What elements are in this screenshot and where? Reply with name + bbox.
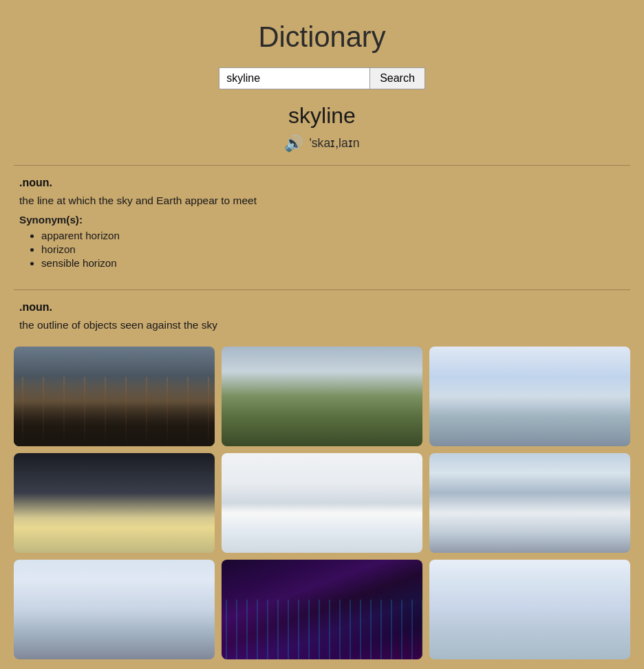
synonyms-list-1: apparent horizon horizon sensible horizo…: [19, 230, 625, 269]
part-of-speech-2: .noun.: [19, 301, 625, 314]
definition-section-1: .noun. the line at which the sky and Ear…: [14, 177, 630, 269]
divider-1: [14, 165, 630, 166]
synonym-item: horizon: [41, 243, 625, 255]
skyline-image-3[interactable]: [429, 347, 630, 446]
definition-text-2: the outline of objects seen against the …: [19, 319, 625, 331]
skyline-image-5[interactable]: [222, 453, 422, 553]
skyline-image-1[interactable]: [14, 347, 215, 446]
definition-text-1: the line at which the sky and Earth appe…: [19, 195, 625, 207]
search-bar: Search: [14, 67, 630, 89]
synonym-item: sensible horizon: [41, 257, 625, 269]
word-title: skyline: [14, 103, 630, 129]
app-title: Dictionary: [14, 14, 630, 54]
images-grid: [14, 347, 630, 659]
skyline-image-7[interactable]: [14, 560, 215, 659]
speaker-icon[interactable]: 🔊: [284, 134, 303, 153]
part-of-speech-1: .noun.: [19, 177, 625, 189]
skyline-image-4[interactable]: [14, 453, 215, 553]
search-input[interactable]: [219, 67, 370, 89]
pronunciation-text: 'skaɪ,laɪn: [309, 136, 359, 151]
page-container: Dictionary Search skyline 🔊 'skaɪ,laɪn .…: [0, 0, 644, 669]
pronunciation-row: 🔊 'skaɪ,laɪn: [14, 134, 630, 153]
synonym-item: apparent horizon: [41, 230, 625, 241]
skyline-image-8[interactable]: [222, 560, 422, 659]
synonyms-label-1: Synonym(s):: [19, 214, 625, 226]
skyline-image-6[interactable]: [429, 453, 630, 553]
skyline-image-9[interactable]: [429, 560, 630, 659]
divider-2: [14, 289, 630, 290]
definition-section-2: .noun. the outline of objects seen again…: [14, 301, 630, 331]
search-button[interactable]: Search: [370, 67, 425, 89]
skyline-image-2[interactable]: [222, 347, 422, 446]
